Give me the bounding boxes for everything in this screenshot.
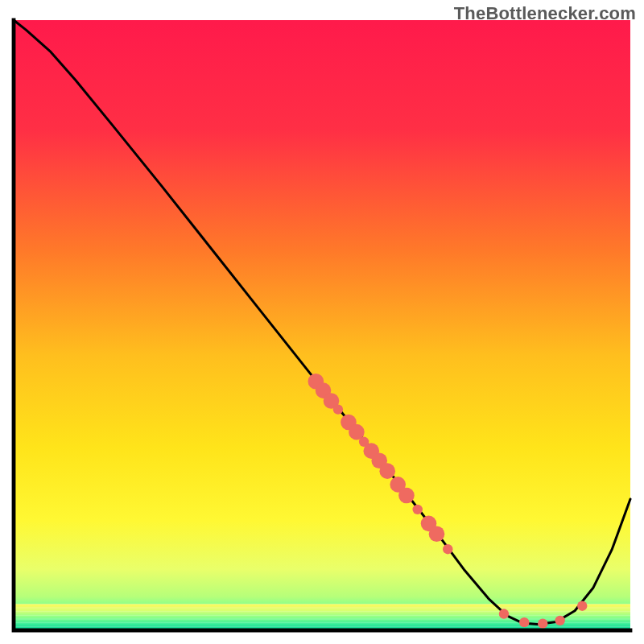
curve-marker	[429, 526, 445, 542]
curve-marker	[443, 544, 452, 554]
curve-marker	[519, 617, 529, 627]
curve-marker	[413, 505, 423, 514]
curve-marker	[555, 616, 564, 625]
curve-marker	[499, 609, 509, 618]
curve-marker	[577, 601, 587, 610]
curve-marker	[398, 488, 415, 504]
curve-marker	[333, 404, 343, 414]
gradient-background	[14, 20, 630, 630]
curve-marker	[379, 463, 395, 479]
bottleneck-curve-chart	[0, 0, 644, 644]
chart-stage: TheBottlenecker.com	[0, 0, 644, 644]
curve-marker	[538, 618, 547, 628]
watermark-label: TheBottlenecker.com	[454, 3, 636, 24]
